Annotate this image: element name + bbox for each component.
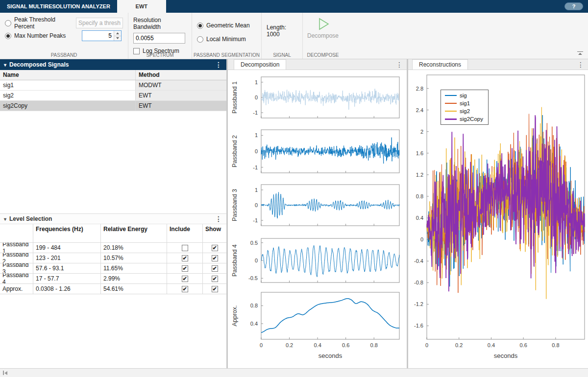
include-checkbox[interactable]: ✔ <box>182 265 188 272</box>
up-arrow-icon <box>116 32 119 34</box>
legend-label: sig2 <box>460 108 470 114</box>
local-minimum-label: Local Minimum <box>206 36 246 43</box>
column-header-relative-energy: Relative Energy <box>101 224 167 242</box>
level-relative-energy: 20.18% <box>101 243 167 253</box>
level-row-passband-4[interactable]: Passband 4 17 - 57.7 2.99% ✔ ✔ <box>0 274 226 284</box>
decompose-section-label: DECOMPOSE <box>303 52 343 58</box>
level-row-approx[interactable]: Approx. 0.0308 - 1.26 54.61% ✔ ✔ <box>0 284 226 294</box>
decomposition-tabstrip: Decomposition ⋮ <box>228 59 407 70</box>
level-row-passband-2[interactable]: Passband 2 123 - 201 10.57% ✔ ✔ <box>0 253 226 263</box>
collapse-ribbon-button[interactable] <box>577 51 583 55</box>
legend-label: sig1 <box>460 100 470 106</box>
legend: sigsig1sig2sig2Copy <box>441 90 489 125</box>
show-checkbox[interactable]: ✔ <box>212 286 218 292</box>
svg-text:seconds: seconds <box>494 352 518 359</box>
include-checkbox[interactable] <box>182 245 188 251</box>
svg-text:0.4: 0.4 <box>416 215 423 221</box>
svg-text:Passband 1: Passband 1 <box>231 81 238 114</box>
include-checkbox[interactable]: ✔ <box>182 286 188 292</box>
tab-reconstructions[interactable]: Reconstructions <box>412 59 468 70</box>
level-relative-energy: 54.61% <box>101 284 167 294</box>
level-frequencies: 199 - 484 <box>33 243 101 253</box>
show-checkbox[interactable]: ✔ <box>212 245 218 251</box>
level-relative-energy: 10.57% <box>101 253 167 263</box>
peak-threshold-radio[interactable] <box>5 20 11 26</box>
toolbar: Peak Threshold Percent Max Number Peaks … <box>0 13 588 59</box>
stepper-up-button[interactable] <box>114 31 121 36</box>
svg-text:0: 0 <box>255 202 258 208</box>
level-row-passband-3[interactable]: Passband 3 57.6 - 93.1 11.65% ✔ ✔ <box>0 263 226 274</box>
threshold-input[interactable] <box>76 18 123 28</box>
tab-ewt[interactable]: EWT <box>117 0 166 13</box>
level-selection-table: Frequencies (Hz) Relative Energy Include… <box>0 224 226 294</box>
svg-text:0.6: 0.6 <box>342 342 349 348</box>
decomposition-menu-icon[interactable]: ⋮ <box>396 61 403 69</box>
show-checkbox[interactable]: ✔ <box>212 265 218 272</box>
statusbar-collapse-button[interactable] <box>3 371 7 375</box>
svg-text:2.8: 2.8 <box>416 86 423 92</box>
max-peaks-radio[interactable] <box>5 33 11 39</box>
legend-line-sig1 <box>445 103 457 104</box>
geometric-mean-radio[interactable] <box>197 23 203 29</box>
signal-section: Length: 1000 SIGNAL <box>262 13 303 59</box>
level-name: Passband 1 <box>0 243 33 253</box>
svg-text:0.4: 0.4 <box>488 342 495 348</box>
include-checkbox[interactable]: ✔ <box>182 276 188 282</box>
decomposition-plot-host[interactable]: 10-1Passband 110-1Passband 210-1Passband… <box>228 70 407 368</box>
column-header-frequencies: Frequencies (Hz) <box>33 224 101 242</box>
level-selection-header: ▾ Level Selection ⋮ <box>0 213 226 224</box>
legend-line-sig2Copy <box>445 118 457 120</box>
tab-signal-multiresolution-analyzer[interactable]: SIGNAL MULTIRESOLUTION ANALYZER <box>0 0 117 13</box>
svg-text:seconds: seconds <box>318 352 343 359</box>
passband-section: Peak Threshold Percent Max Number Peaks … <box>0 13 128 59</box>
reconstructions-panel: Reconstructions ⋮ 2.82.421.61.20.80.40-0… <box>408 59 588 368</box>
help-button[interactable]: ? <box>564 2 583 10</box>
stepper-down-button[interactable] <box>114 36 121 41</box>
level-frequencies: 123 - 201 <box>33 253 101 263</box>
max-peaks-input[interactable] <box>82 31 114 41</box>
spectrum-section: Resolution Bandwidth Log Spectrum SPECTR… <box>128 13 192 59</box>
collapse-triangle-icon[interactable]: ▾ <box>4 62 6 68</box>
level-selection-menu-icon[interactable]: ⋮ <box>215 215 222 223</box>
show-checkbox[interactable]: ✔ <box>212 276 218 282</box>
peak-threshold-label: Peak Threshold Percent <box>14 16 73 30</box>
reconstructions-plot-host[interactable]: 2.82.421.61.20.80.40-0.4-0.8-1.2-1.600.2… <box>408 70 588 368</box>
decomposed-signals-table: Name Method sig1 MODWT sig2 EWT sig2Copy… <box>0 70 226 213</box>
chevron-up-icon <box>578 53 582 55</box>
legend-label: sig <box>460 93 467 98</box>
signal-row-sig2[interactable]: sig2 EWT <box>0 91 226 101</box>
show-checkbox[interactable]: ✔ <box>212 255 218 261</box>
max-peaks-stepper <box>82 30 122 41</box>
svg-text:0.8: 0.8 <box>370 342 378 348</box>
level-row-passband-1[interactable]: Passband 1 199 - 484 20.18% ✔ <box>0 243 226 253</box>
passband-segmentation-section-label: PASSBAND SEGMENTATION <box>192 52 261 58</box>
triangle-left-icon <box>4 371 7 375</box>
geometric-mean-label: Geometric Mean <box>206 22 250 29</box>
resolution-bandwidth-input[interactable] <box>133 33 185 44</box>
tab-decomposition[interactable]: Decomposition <box>234 59 286 70</box>
legend-line-sig <box>445 95 457 96</box>
statusbar <box>0 368 588 377</box>
signal-name: sig1 <box>0 80 136 90</box>
passband-section-label: PASSBAND <box>0 52 128 58</box>
decompose-button[interactable]: Decompose <box>308 17 338 39</box>
reconstructions-menu-icon[interactable]: ⋮ <box>577 61 585 69</box>
include-checkbox[interactable]: ✔ <box>182 255 188 261</box>
decomposed-signals-menu-icon[interactable]: ⋮ <box>215 61 222 69</box>
titlebar: SIGNAL MULTIRESOLUTION ANALYZER EWT ? <box>0 0 588 13</box>
column-header-include: Include <box>167 224 203 242</box>
level-name: Passband 2 <box>0 253 33 263</box>
svg-text:Passband 3: Passband 3 <box>231 189 238 221</box>
signal-row-sig2copy[interactable]: sig2Copy EWT <box>0 101 226 111</box>
signal-section-label: SIGNAL <box>262 52 302 58</box>
reconstructions-tabstrip: Reconstructions ⋮ <box>408 59 588 70</box>
spectrum-section-label: SPECTRUM <box>128 52 192 58</box>
collapse-triangle-icon[interactable]: ▾ <box>4 216 6 222</box>
local-minimum-radio[interactable] <box>197 36 203 43</box>
left-sidebar: ▾ Decomposed Signals ⋮ Name Method sig1 … <box>0 59 226 368</box>
signal-row-sig1[interactable]: sig1 MODWT <box>0 80 226 91</box>
table-header-row: Name Method <box>0 70 226 80</box>
svg-text:-1: -1 <box>253 165 258 170</box>
svg-text:0: 0 <box>260 342 263 348</box>
svg-text:-1: -1 <box>253 110 258 116</box>
